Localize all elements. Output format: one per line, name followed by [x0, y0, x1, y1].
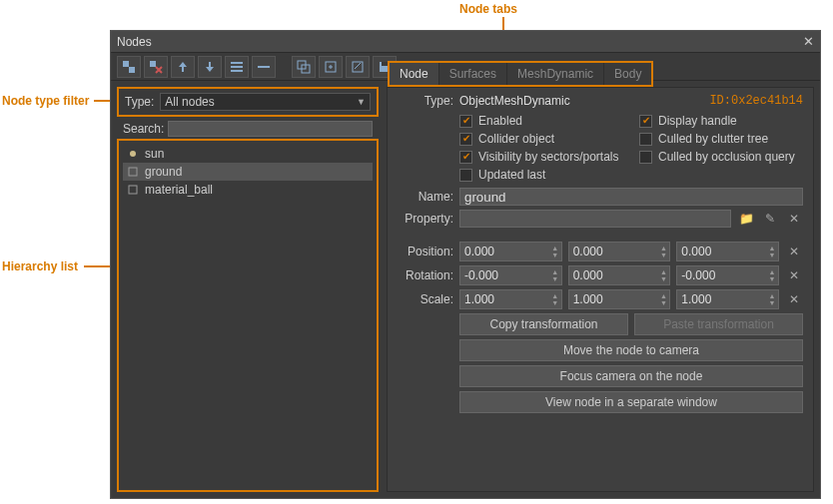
rotation-z-spinner[interactable]: ▲▼: [676, 265, 779, 285]
titlebar: Nodes ✕: [111, 31, 820, 53]
copy-transform-button[interactable]: Copy transformation: [459, 313, 628, 335]
edit-icon[interactable]: ✎: [761, 210, 779, 228]
position-x-spinner[interactable]: ▲▼: [459, 242, 562, 261]
tool-import-icon[interactable]: [346, 56, 370, 78]
reset-rotation-icon[interactable]: ✕: [785, 266, 803, 284]
type-filter: Type: All nodes ▼: [117, 87, 379, 117]
search-label: Search:: [123, 122, 164, 136]
focus-camera-button[interactable]: Focus camera on the node: [459, 365, 803, 387]
svg-point-13: [130, 151, 136, 157]
sun-icon: [127, 148, 139, 160]
paste-transform-button[interactable]: Paste transformation: [634, 313, 803, 335]
chevron-down-icon: ▼: [357, 97, 366, 107]
spinner-input[interactable]: [460, 268, 549, 282]
checkbox-label: Enabled: [478, 114, 522, 128]
checkbox-updated-last[interactable]: Updated last: [459, 168, 623, 182]
type-value: ObjectMeshDynamic: [459, 94, 570, 108]
checkbox-icon: [639, 151, 652, 164]
node-tabs: NodeSurfacesMeshDynamicBody: [388, 61, 653, 87]
checkbox-culled-by-clutter-tree[interactable]: Culled by clutter tree: [639, 132, 803, 146]
checkbox-label: Visibility by sectors/portals: [478, 150, 619, 164]
window-title: Nodes: [117, 35, 803, 49]
tool-expand-icon[interactable]: [225, 56, 249, 78]
nodes-window: Nodes ✕ Type: All nodes ▼ Search:: [110, 30, 821, 499]
spinner-input[interactable]: [677, 268, 766, 282]
checkbox-collider-object[interactable]: ✔Collider object: [459, 132, 623, 146]
checkbox-label: Culled by clutter tree: [658, 132, 768, 146]
tool-move-down-icon[interactable]: [198, 56, 222, 78]
checkbox-enabled[interactable]: ✔Enabled: [459, 114, 623, 128]
svg-rect-3: [231, 62, 243, 64]
spinner-arrows-icon[interactable]: ▲▼: [766, 292, 778, 306]
rotation-x-spinner[interactable]: ▲▼: [459, 265, 562, 285]
type-select[interactable]: All nodes ▼: [160, 93, 371, 111]
checkbox-label: Culled by occlusion query: [658, 150, 795, 164]
spinner-arrows-icon[interactable]: ▲▼: [766, 268, 778, 282]
checkbox-label: Updated last: [478, 168, 545, 182]
spinner-input[interactable]: [460, 292, 549, 306]
checkbox-label: Collider object: [478, 132, 554, 146]
checkbox-icon: ✔: [459, 151, 472, 164]
tool-add-node-icon[interactable]: [117, 56, 141, 78]
spinner-input[interactable]: [677, 245, 766, 258]
tab-node[interactable]: Node: [390, 63, 439, 85]
clear-icon[interactable]: ✕: [785, 210, 803, 228]
hierarchy-tree[interactable]: sungroundmaterial_ball: [117, 139, 379, 492]
tool-delete-node-icon[interactable]: [144, 56, 168, 78]
view-separate-button[interactable]: View node in a separate window: [459, 391, 803, 413]
tool-export-icon[interactable]: [319, 56, 343, 78]
rotation-y-spinner[interactable]: ▲▼: [568, 265, 671, 285]
scale-z-spinner[interactable]: ▲▼: [676, 289, 779, 309]
spinner-input[interactable]: [677, 292, 766, 306]
svg-rect-2: [150, 61, 156, 67]
node-props: Type: ObjectMeshDynamic ID:0x2ec41b14 ✔E…: [388, 88, 813, 419]
tree-item-ground[interactable]: ground: [123, 163, 373, 181]
tool-clone-icon[interactable]: [292, 56, 316, 78]
move-to-camera-button[interactable]: Move the node to camera: [459, 339, 803, 361]
tool-collapse-icon[interactable]: [252, 56, 276, 78]
property-input[interactable]: [459, 210, 731, 228]
rotation-vec3: ▲▼▲▼▲▼: [459, 265, 779, 285]
id-value: ID:0x2ec41b14: [709, 94, 803, 108]
scale-y-spinner[interactable]: ▲▼: [568, 289, 671, 309]
tree-item-material_ball[interactable]: material_ball: [123, 181, 373, 199]
left-pane: Type: All nodes ▼ Search: sungroundmater…: [117, 87, 379, 492]
checkbox-icon: ✔: [459, 115, 472, 128]
tool-move-up-icon[interactable]: [171, 56, 195, 78]
search-input[interactable]: [168, 121, 373, 137]
spinner-arrows-icon[interactable]: ▲▼: [766, 245, 778, 258]
spinner-arrows-icon[interactable]: ▲▼: [657, 268, 669, 282]
checkbox-display-handle[interactable]: ✔Display handle: [639, 114, 803, 128]
spinner-input[interactable]: [569, 268, 658, 282]
tree-item-sun[interactable]: sun: [123, 145, 373, 163]
position-label: Position:: [398, 245, 453, 258]
position-z-spinner[interactable]: ▲▼: [676, 242, 779, 261]
scale-x-spinner[interactable]: ▲▼: [459, 289, 562, 309]
spinner-arrows-icon[interactable]: ▲▼: [657, 292, 669, 306]
spinner-arrows-icon[interactable]: ▲▼: [549, 292, 561, 306]
tab-surfaces[interactable]: Surfaces: [439, 63, 507, 85]
tab-body[interactable]: Body: [604, 63, 651, 85]
checkbox-visibility-by-sectors-portals[interactable]: ✔Visibility by sectors/portals: [459, 150, 623, 164]
spinner-input[interactable]: [569, 245, 658, 258]
spinner-input[interactable]: [460, 245, 549, 258]
name-input[interactable]: [459, 188, 803, 206]
spinner-arrows-icon[interactable]: ▲▼: [549, 268, 561, 282]
close-button[interactable]: ✕: [803, 34, 814, 49]
tree-item-label: material_ball: [145, 183, 213, 197]
svg-rect-4: [231, 66, 243, 68]
reset-scale-icon[interactable]: ✕: [785, 290, 803, 308]
reset-position-icon[interactable]: ✕: [785, 243, 803, 260]
right-pane: NodeSurfacesMeshDynamicBody Type: Object…: [387, 87, 814, 492]
checkbox-culled-by-occlusion-query[interactable]: Culled by occlusion query: [639, 150, 803, 164]
svg-rect-10: [353, 62, 363, 72]
spinner-arrows-icon[interactable]: ▲▼: [549, 245, 561, 258]
tree-item-label: ground: [145, 165, 182, 179]
svg-rect-1: [129, 67, 135, 73]
folder-icon[interactable]: 📁: [737, 210, 755, 228]
checkbox-icon: ✔: [639, 115, 652, 128]
position-y-spinner[interactable]: ▲▼: [568, 242, 671, 261]
spinner-arrows-icon[interactable]: ▲▼: [657, 245, 669, 258]
tab-meshdynamic[interactable]: MeshDynamic: [507, 63, 604, 85]
spinner-input[interactable]: [569, 292, 658, 306]
